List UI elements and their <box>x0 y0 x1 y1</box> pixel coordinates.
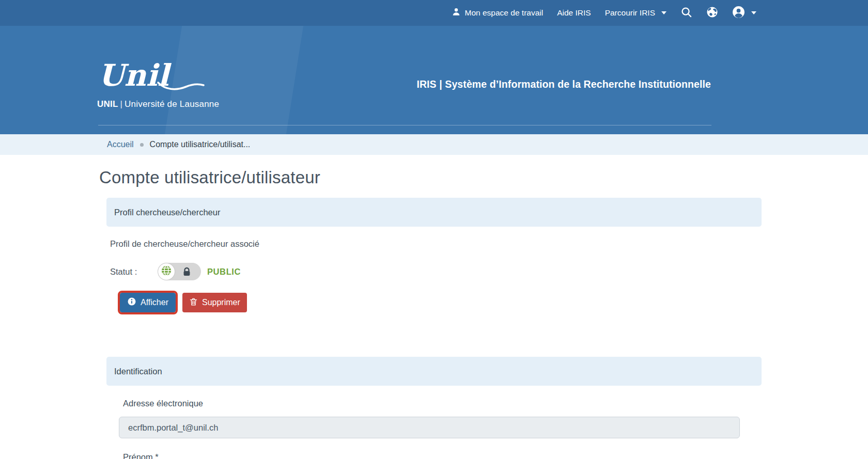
logo-subtitle: UNIL|Université de Lausanne <box>97 99 219 109</box>
status-label: Statut : <box>110 267 158 277</box>
main-content: Compte utilisatrice/utilisateur Profil c… <box>99 166 763 459</box>
browse-label: Parcourir IRIS <box>605 8 655 18</box>
workspace-link[interactable]: Mon espace de travail <box>452 7 544 19</box>
identification-section-body: Adresse électronique Prénom * <box>99 386 763 459</box>
help-link[interactable]: Aide IRIS <box>557 8 591 18</box>
profile-section-header[interactable]: Profil chercheuse/chercheur <box>106 198 762 227</box>
workspace-label: Mon espace de travail <box>465 8 544 18</box>
help-label: Aide IRIS <box>557 8 591 18</box>
firstname-label: Prénom * <box>123 452 763 459</box>
unil-script-logo: Unil <box>97 59 206 97</box>
breadcrumb-separator-dot <box>140 143 144 147</box>
search-button[interactable] <box>680 6 692 20</box>
toggle-knob <box>158 263 175 280</box>
search-icon <box>680 6 692 20</box>
breadcrumb: Accueil Compte utilisatrice/utilisat... <box>0 134 868 155</box>
identification-section-title: Identification <box>114 367 162 376</box>
site-header: Unil UNIL|Université de Lausanne IRIS | … <box>0 26 868 134</box>
info-icon <box>127 297 136 308</box>
language-button[interactable] <box>706 6 718 20</box>
browse-menu[interactable]: Parcourir IRIS <box>605 8 667 18</box>
identification-section: Identification Adresse électronique Prén… <box>99 357 763 459</box>
associated-profile-label: Profil de chercheuse/chercheur associé <box>110 239 763 249</box>
show-profile-button[interactable]: Afficher <box>120 293 176 312</box>
top-bar: Mon espace de travail Aide IRIS Parcouri… <box>0 0 868 26</box>
logo-org-short: UNIL <box>97 99 118 109</box>
public-globe-icon <box>161 265 172 278</box>
account-menu[interactable] <box>732 6 756 21</box>
show-button-label: Afficher <box>141 298 168 307</box>
header-divider <box>98 125 711 125</box>
chevron-down-icon <box>751 11 756 14</box>
person-circle-icon <box>732 6 745 21</box>
breadcrumb-home-link[interactable]: Accueil <box>107 140 134 149</box>
delete-profile-button[interactable]: Supprimer <box>182 293 247 312</box>
status-badge: PUBLIC <box>207 267 241 277</box>
private-lock-icon <box>182 267 192 279</box>
logo-org-name: Université de Lausanne <box>125 99 219 109</box>
status-row: Statut : <box>110 263 763 280</box>
profile-actions: Afficher Supprimer <box>120 293 763 312</box>
logo-script-text: Unil <box>98 59 172 93</box>
trash-icon <box>189 297 198 308</box>
chevron-down-icon <box>661 11 667 14</box>
app-title: IRIS | Système d’Information de la Reche… <box>416 78 711 90</box>
email-label: Adresse électronique <box>123 399 763 408</box>
profile-section-title: Profil chercheuse/chercheur <box>114 208 220 217</box>
breadcrumb-current: Compte utilisatrice/utilisat... <box>150 140 251 149</box>
profile-section-body: Profil de chercheuse/chercheur associé S… <box>99 227 763 312</box>
globe-icon <box>706 6 718 20</box>
page-title: Compte utilisatrice/utilisateur <box>99 166 763 189</box>
identification-section-header[interactable]: Identification <box>106 357 762 386</box>
person-icon <box>452 7 461 19</box>
visibility-toggle[interactable] <box>158 263 201 280</box>
delete-button-label: Supprimer <box>202 298 240 307</box>
email-field[interactable] <box>119 417 740 438</box>
unil-logo[interactable]: Unil UNIL|Université de Lausanne <box>97 59 219 109</box>
